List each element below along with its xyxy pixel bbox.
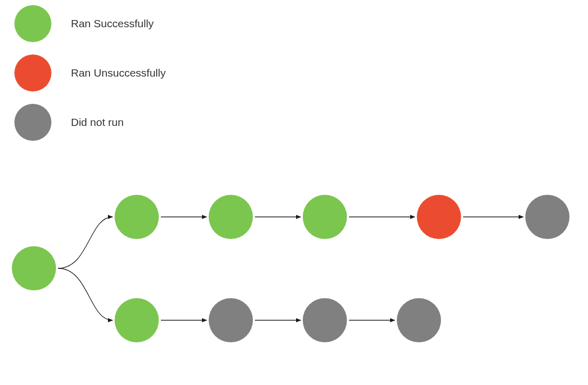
node-bot2 [209,298,253,342]
node-top2 [209,195,253,239]
node-top3 [303,195,347,239]
edge-root-top1 [58,217,113,268]
node-root [12,246,56,290]
node-top5 [525,195,569,239]
edges-layer [0,0,588,385]
edge-root-bot1 [58,268,113,320]
node-bot1 [115,298,159,342]
pipeline-diagram [0,0,588,385]
node-top1 [115,195,159,239]
node-bot3 [303,298,347,342]
node-top4 [417,195,461,239]
node-bot4 [397,298,441,342]
